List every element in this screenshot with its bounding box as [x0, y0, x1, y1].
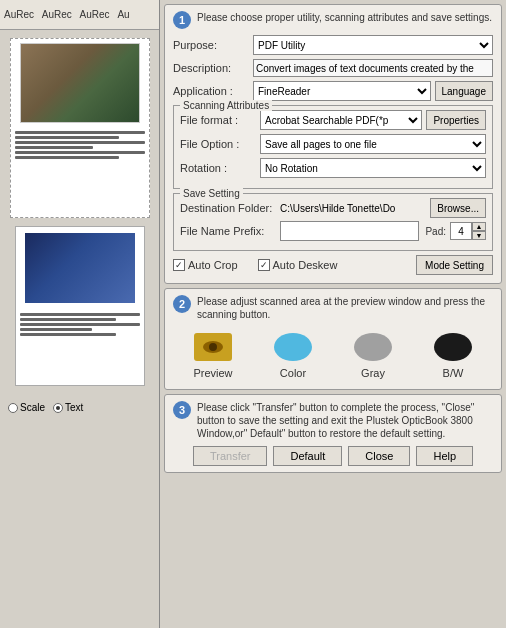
- pad-value: 4: [450, 222, 472, 240]
- preview-icon-shape: [194, 333, 232, 361]
- purpose-row: Purpose: PDF Utility: [173, 35, 493, 55]
- auto-deskew-checkbox[interactable]: [258, 259, 270, 271]
- step2-circle: 2: [173, 295, 191, 313]
- rotation-row: Rotation : No Rotation: [180, 158, 486, 178]
- step1-box: 1 Please choose proper utility, scanning…: [164, 4, 502, 284]
- language-button[interactable]: Language: [435, 81, 494, 101]
- gray-button-item: Gray: [352, 331, 394, 379]
- description-label: Description:: [173, 62, 253, 74]
- text-line: [20, 313, 140, 316]
- dest-folder-value: C:\Users\Hilde Tonette\Do: [280, 203, 428, 214]
- preview-area: [0, 30, 159, 398]
- text-line: [20, 333, 116, 336]
- color-icon: [272, 331, 314, 363]
- auto-deskew-item[interactable]: Auto Deskew: [258, 259, 338, 271]
- top-label: AuRec AuRec AuRec Au: [4, 9, 130, 20]
- description-value: [253, 59, 493, 77]
- doc-text-lines-2: [16, 309, 144, 340]
- browse-button[interactable]: Browse...: [430, 198, 486, 218]
- text-line: [15, 146, 93, 149]
- step1-header: 1 Please choose proper utility, scanning…: [173, 11, 493, 29]
- gray-label[interactable]: Gray: [361, 367, 385, 379]
- gray-icon-shape: [354, 333, 392, 361]
- rotation-select[interactable]: No Rotation: [260, 158, 486, 178]
- purpose-select[interactable]: PDF Utility: [253, 35, 493, 55]
- scanning-group-label: Scanning Attributes: [180, 100, 272, 111]
- auto-crop-label: Auto Crop: [188, 259, 238, 271]
- properties-button[interactable]: Properties: [426, 110, 486, 130]
- right-panel: 1 Please choose proper utility, scanning…: [160, 0, 506, 628]
- file-option-select[interactable]: Save all pages to one file: [260, 134, 486, 154]
- app-select[interactable]: FineReader: [253, 81, 431, 101]
- text-line: [15, 151, 145, 154]
- doc-preview-1: [10, 38, 150, 218]
- preview-icon: [192, 331, 234, 363]
- text-line: [15, 141, 145, 144]
- preview-button-item: Preview: [192, 331, 234, 379]
- bw-icon: [432, 331, 474, 363]
- bw-label[interactable]: B/W: [443, 367, 464, 379]
- dest-folder-label: Destination Folder:: [180, 202, 280, 214]
- description-input[interactable]: [253, 59, 493, 77]
- mode-setting-button[interactable]: Mode Setting: [416, 255, 493, 275]
- step1-description: Please choose proper utility, scanning a…: [197, 11, 492, 24]
- gray-icon: [352, 331, 394, 363]
- dest-folder-row: Destination Folder: C:\Users\Hilde Tonet…: [180, 198, 486, 218]
- transfer-button[interactable]: Transfer: [193, 446, 268, 466]
- file-format-select[interactable]: Acrobat Searchable PDF(*p: [260, 110, 422, 130]
- color-label[interactable]: Color: [280, 367, 306, 379]
- auto-deskew-label: Auto Deskew: [273, 259, 338, 271]
- prefix-row: File Name Prefix: Pad: 4 ▲ ▼: [180, 221, 486, 241]
- preview-label[interactable]: Preview: [193, 367, 232, 379]
- rotation-label: Rotation :: [180, 162, 260, 174]
- prefix-label: File Name Prefix:: [180, 225, 280, 237]
- default-button[interactable]: Default: [273, 446, 342, 466]
- save-setting-group: Save Setting Destination Folder: C:\User…: [173, 193, 493, 251]
- spin-buttons: ▲ ▼: [472, 222, 486, 240]
- auto-crop-checkbox[interactable]: [173, 259, 185, 271]
- file-format-label: File format :: [180, 114, 260, 126]
- purpose-control: PDF Utility: [253, 35, 493, 55]
- color-icon-shape: [274, 333, 312, 361]
- text-radio-circle: [53, 403, 63, 413]
- purpose-label: Purpose:: [173, 39, 253, 51]
- scale-radio[interactable]: Scale: [8, 402, 45, 413]
- step3-box: 3 Please click "Transfer" button to comp…: [164, 394, 502, 473]
- app-row: Application : FineReader Language: [173, 81, 493, 101]
- app-label: Application :: [173, 85, 253, 97]
- file-format-row: File format : Acrobat Searchable PDF(*p …: [180, 110, 486, 130]
- text-line: [20, 328, 92, 331]
- spin-up-button[interactable]: ▲: [472, 222, 486, 231]
- scale-text-row: Scale Text: [0, 398, 159, 417]
- text-line: [15, 131, 145, 134]
- text-line: [20, 318, 116, 321]
- bw-button-item: B/W: [432, 331, 474, 379]
- step3-header: 3 Please click "Transfer" button to comp…: [173, 401, 493, 440]
- auto-crop-item[interactable]: Auto Crop: [173, 259, 238, 271]
- close-button[interactable]: Close: [348, 446, 410, 466]
- left-panel: AuRec AuRec AuRec Au: [0, 0, 160, 628]
- text-radio[interactable]: Text: [53, 402, 83, 413]
- doc-text-lines-1: [11, 127, 149, 163]
- help-button[interactable]: Help: [416, 446, 473, 466]
- scanning-attributes-group: Scanning Attributes File format : Acroba…: [173, 105, 493, 189]
- scale-radio-circle: [8, 403, 18, 413]
- text-line: [20, 323, 140, 326]
- step2-header: 2 Please adjust scanned area at the prev…: [173, 295, 493, 321]
- scan-buttons: Preview Color Gray B/W: [173, 327, 493, 383]
- left-panel-top: AuRec AuRec AuRec Au: [0, 0, 159, 30]
- step3-description: Please click "Transfer" button to comple…: [197, 401, 493, 440]
- spin-down-button[interactable]: ▼: [472, 231, 486, 240]
- text-line: [15, 136, 119, 139]
- step2-box: 2 Please adjust scanned area at the prev…: [164, 288, 502, 390]
- prefix-input[interactable]: [280, 221, 419, 241]
- doc-preview-2: [15, 226, 145, 386]
- save-group-label: Save Setting: [180, 188, 243, 199]
- doc-image-1: [20, 43, 140, 123]
- checkbox-row: Auto Crop Auto Deskew Mode Setting: [173, 255, 493, 275]
- scale-label: Scale: [20, 402, 45, 413]
- step1-circle: 1: [173, 11, 191, 29]
- action-buttons: Transfer Default Close Help: [173, 446, 493, 466]
- bw-icon-shape: [434, 333, 472, 361]
- file-option-label: File Option :: [180, 138, 260, 150]
